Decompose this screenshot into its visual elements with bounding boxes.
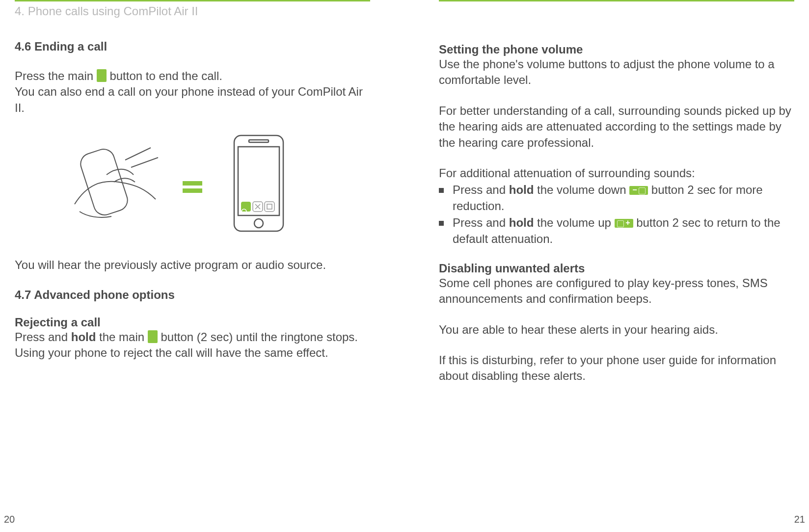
attenuation-list: Press and hold the volume down − button … (439, 182, 794, 247)
page-left: 4. Phone calls using ComPilot Air II 4.6… (0, 0, 404, 532)
volume-up-icon: + (615, 219, 633, 228)
para-end-call-1: Press the main button to end the call. (15, 68, 370, 84)
subheading-volume: Setting the phone volume (439, 43, 794, 56)
para-alerts-3: If this is disturbing, refer to your pho… (439, 352, 794, 384)
para-end-call-2: You can also end a call on your phone in… (15, 84, 370, 116)
subheading-alerts: Disabling unwanted alerts (439, 262, 794, 275)
para-volume-1: Use the phone's volume buttons to adjust… (439, 56, 794, 88)
main-button-icon (148, 330, 158, 343)
top-rule (439, 0, 794, 1)
text-hold: hold (71, 330, 96, 344)
text: the volume down (534, 183, 629, 196)
section-4-6-title: 4.6 Ending a call (15, 40, 370, 53)
svg-rect-1 (234, 135, 283, 231)
para-reject: Press and hold the main button (2 sec) u… (15, 329, 370, 361)
para-alerts-2: You are able to hear these alerts in you… (439, 322, 794, 338)
volume-down-icon: − (629, 186, 648, 195)
para-alerts-1: Some cell phones are configured to play … (439, 275, 794, 307)
text: the main (96, 330, 147, 344)
subheading-rejecting: Rejecting a call (15, 316, 370, 329)
text: the volume up (534, 216, 614, 229)
text: Press and (15, 330, 71, 344)
para-volume-2: For better understanding of a call, surr… (439, 103, 794, 151)
main-button-icon (97, 69, 107, 82)
illustration-end-call (87, 131, 298, 243)
page-number-left: 20 (4, 514, 15, 525)
equals-icon (183, 178, 202, 196)
text: Press and (453, 216, 509, 229)
chapter-title: 4. Phone calls using ComPilot Air II (15, 4, 370, 18)
hand-device-drawing (72, 131, 185, 240)
text-hold: hold (509, 183, 534, 196)
section-4-7-title: 4.7 Advanced phone options (15, 288, 370, 302)
para-volume-3: For additional attenuation of surroundin… (439, 165, 794, 181)
text: button to end the call. (109, 69, 222, 82)
top-rule (15, 0, 370, 1)
list-item: Press and hold the volume up + button 2 … (439, 215, 794, 247)
list-item: Press and hold the volume down − button … (439, 182, 794, 214)
spacer (439, 4, 794, 43)
page-number-right: 21 (794, 514, 805, 525)
smartphone-drawing (229, 133, 288, 238)
page-right: Setting the phone volume Use the phone's… (404, 0, 809, 532)
text: Press and (453, 183, 509, 196)
text-hold: hold (509, 216, 534, 229)
text: Press the main (15, 69, 97, 82)
para-previous-source: You will hear the previously active prog… (15, 257, 370, 273)
